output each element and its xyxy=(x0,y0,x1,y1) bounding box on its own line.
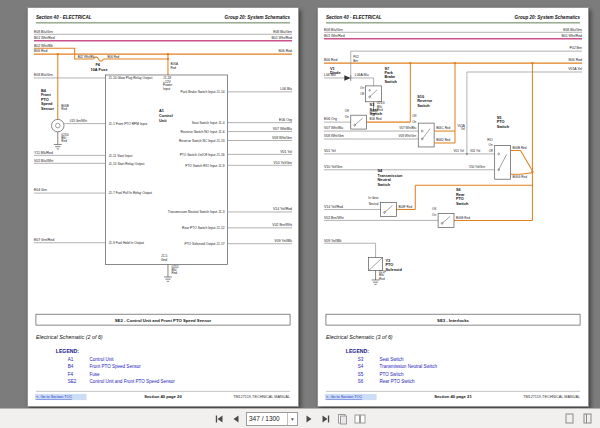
wire-label: B01 Wht/Red xyxy=(271,36,292,40)
transmission-neutral-switch-label: Switch xyxy=(378,182,391,187)
pto-switch-label: Switch xyxy=(497,124,510,129)
switch-state-label: Off xyxy=(412,114,416,118)
panel-toggle-button[interactable] xyxy=(563,412,576,426)
page-number-input[interactable] xyxy=(247,414,287,424)
ground-label: Red xyxy=(379,277,385,281)
first-page-button[interactable] xyxy=(212,412,225,426)
legend-value: Rear PTO Switch xyxy=(380,379,416,384)
page-dropdown-caret[interactable]: ▾ xyxy=(287,413,297,425)
last-page-button[interactable] xyxy=(319,412,332,426)
legend-value: Transmission Neutral Switch xyxy=(380,364,438,369)
schematic-left: Section 40 - ELECTRICAL Group 20: System… xyxy=(28,8,298,406)
wire-label: B01 Wht/Red xyxy=(34,36,55,40)
wire-label: B01 Wht/Red xyxy=(324,34,345,38)
legend-title: LEGEND: xyxy=(56,348,79,354)
single-page-view-button[interactable] xyxy=(336,412,349,426)
wire-label: B06F Red xyxy=(398,205,412,209)
last-page-icon xyxy=(321,414,331,424)
wire-label: V01 Yel xyxy=(454,149,465,153)
wire-label: B06C Red xyxy=(436,126,450,130)
wire-label: V01 Yel xyxy=(280,150,292,154)
wire-label: Red xyxy=(170,66,176,70)
pto-solenoid-symbol xyxy=(324,243,383,284)
ground-label: Red xyxy=(61,139,67,143)
pin-label: Input xyxy=(163,87,170,91)
switch-state-label: In Gear xyxy=(368,196,378,200)
wire-label: Red xyxy=(61,107,67,111)
wire-label: V09 Yel/Blk xyxy=(324,239,342,243)
park-brake-switch-label: Switch xyxy=(385,79,398,84)
pin-label: J1-7 Fuel Pull In Relay Output xyxy=(108,191,152,195)
wire-label: B06B Red xyxy=(513,146,527,150)
wire-label: V08 Wht/Grn xyxy=(399,134,417,138)
legend-key: A1 xyxy=(68,357,74,362)
legend-value: Control Unit and Front PTO Speed Sensor xyxy=(90,379,176,384)
switch-state-label: Off xyxy=(489,149,493,153)
pin-label: J1-9 Fuel Hold In Output xyxy=(108,241,144,245)
schematic-caption: Electrical Schematic (2 of 6) xyxy=(36,334,103,340)
wire-label: V08 Wht/Grn xyxy=(324,134,344,138)
fuse-name: 10A Fuse xyxy=(91,67,109,72)
pto-switch-symbol xyxy=(324,63,534,220)
legend-value: Fuse xyxy=(90,372,101,377)
previous-page-button[interactable] xyxy=(229,412,242,426)
page-navigation: ▾ xyxy=(212,409,366,428)
footer-page-number: Section 40 page 20 xyxy=(144,394,182,399)
next-page-button[interactable] xyxy=(302,412,315,426)
pin-label: PTO Switch RIO Input J1-8 xyxy=(185,164,225,168)
page-number-control: ▾ xyxy=(246,412,298,426)
viewer-toolbar: ▾ xyxy=(0,408,600,428)
ground-label: Red xyxy=(171,272,177,276)
wire-label: V07 Wht/Blu xyxy=(273,127,292,131)
sidebar-icon xyxy=(583,413,592,424)
switch-state-label: On xyxy=(489,143,493,147)
wire-label: E06 Org xyxy=(279,118,292,122)
wire-label: V09 Yel/Blk xyxy=(274,239,292,243)
schematic-caption: Electrical Schematic (3 of 6) xyxy=(326,334,393,340)
pin-label: PTO Solenoid Output J1-17 xyxy=(184,242,224,246)
legend-value: Seat Switch xyxy=(380,357,404,362)
schematic-title: SE2 - Control Unit and Front PTO Speed S… xyxy=(115,318,212,323)
legend-key: S3 xyxy=(358,357,364,362)
legend-key: S5 xyxy=(358,372,364,377)
pin-label: Rear PTO Switch Input J1-12 xyxy=(182,226,225,230)
group-header: Group 20: System Schematics xyxy=(225,15,291,20)
go-to-section-toc-link[interactable]: <- Go to Section TOC xyxy=(36,395,72,399)
wire-label: E08 Blu/Grn xyxy=(34,73,53,77)
seat-switch-label: Switch xyxy=(370,111,383,116)
legend-value: PTO Switch xyxy=(380,372,404,377)
wire-label: L06A Blu xyxy=(355,73,369,77)
wire-label: Y11 Blk/Red xyxy=(34,151,53,155)
wire-label: B06 Red xyxy=(279,49,293,53)
pin-label: J1-1 Front PTO RPM Input xyxy=(108,122,147,126)
switch-state-label: On xyxy=(412,120,416,124)
sidebar-toggle-button[interactable] xyxy=(581,412,594,426)
single-page-view-icon xyxy=(337,413,348,425)
switch-state-label: Neutral xyxy=(369,202,379,206)
legend-key: S6 xyxy=(358,379,364,384)
wire-label: B06D Red xyxy=(436,138,450,142)
wire-label: B02 Wht/Blk xyxy=(34,44,53,48)
wire-label: V10 Yel/Grn xyxy=(274,161,293,165)
wire-label: V10 Yel/Grn xyxy=(324,165,343,169)
wire-label: Yel xyxy=(461,127,465,131)
switch-state-label: Off xyxy=(432,207,436,211)
rear-pto-switch-label: Switch xyxy=(456,201,469,206)
group-header: Group 20: System Schematics xyxy=(515,15,581,20)
manual-page-left: Section 40 - ELECTRICAL Group 20: System… xyxy=(27,7,299,407)
wire-label: V07 Wht/Blu xyxy=(399,126,416,130)
facing-page-view-button[interactable] xyxy=(353,412,366,426)
wire-label: B06 Red xyxy=(569,58,583,62)
pto-solenoid-label: Solenoid xyxy=(386,267,403,272)
wire-label: V10 Yel/Grn xyxy=(469,165,486,169)
pin-label: Gnd xyxy=(161,258,167,262)
previous-page-icon xyxy=(231,414,241,424)
wire-label: V02 Brn/Wht xyxy=(324,216,344,220)
schematic-right: Section 40 - ELECTRICAL Group 20: System… xyxy=(318,8,588,406)
sensor-label: Sensor xyxy=(41,106,55,111)
facing-page-view-icon xyxy=(354,413,366,425)
wire-label: B01 Wht/Red xyxy=(561,34,582,38)
pin-label: Seat Switch Input J1-4 xyxy=(192,121,225,125)
pin-label: Park Brake Switch Input J1-14 xyxy=(181,90,225,94)
go-to-section-toc-link[interactable]: <- Go to Section TOC xyxy=(326,395,362,399)
